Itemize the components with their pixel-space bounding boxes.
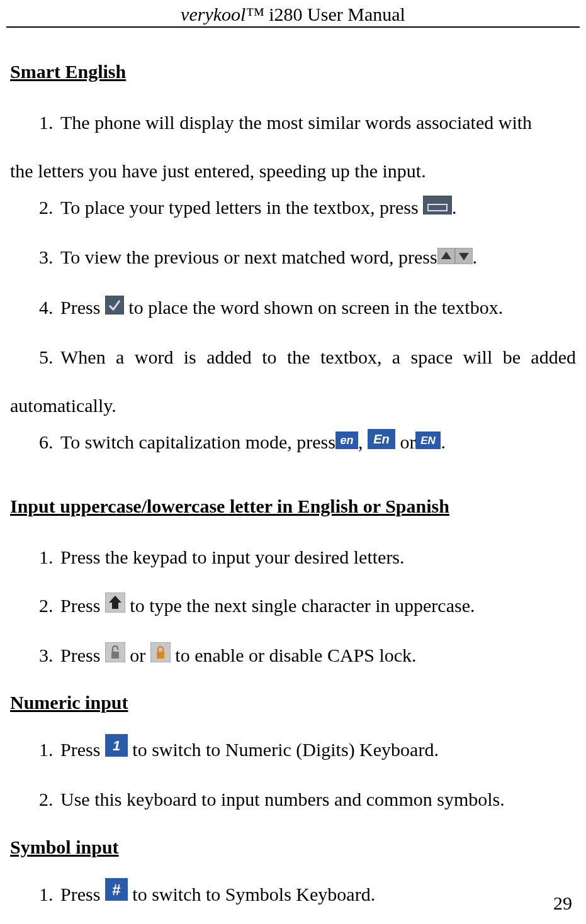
svg-rect-21 (157, 652, 164, 659)
list-item: 6. To switch capitalization mode, presse… (39, 424, 576, 462)
section-heading-uppercase-lowercase: Input uppercase/lowercase letter in Engl… (10, 491, 576, 521)
list-item: 1. Press the keypad to input your desire… (39, 539, 576, 576)
list-number: 4. (39, 289, 60, 328)
text-fragment: Press (60, 884, 105, 905)
svg-text:En: En (373, 432, 390, 446)
list-number: 2. (39, 781, 60, 818)
text-fragment: Press (60, 297, 105, 318)
text-fragment: To view the previous or next matched wor… (60, 247, 437, 267)
list-text: Press to place the word shown on screen … (60, 289, 576, 328)
list-number: 6. (39, 424, 60, 462)
list-item: 5. When a word is added to the textbox, … (39, 339, 576, 424)
section-heading-smart-english: Smart English (10, 57, 576, 87)
lock-closed-icon (150, 638, 171, 675)
text-fragment: to place the word shown on screen in the… (124, 297, 503, 318)
svg-text:en: en (340, 434, 353, 447)
list-text: To place your typed letters in the textb… (60, 189, 576, 228)
list-number: 3. (39, 637, 60, 676)
list-text: Use this keyboard to input numbers and c… (60, 781, 576, 818)
en-mixed-icon: En (368, 425, 395, 462)
text-fragment: . (452, 197, 457, 218)
list-item: 3. To view the previous or next matched … (39, 239, 576, 277)
one-key-icon: 1 (105, 732, 128, 769)
list-item: 1. Press 1 to switch to Numeric (Digits)… (39, 732, 576, 770)
svg-rect-19 (111, 652, 119, 659)
list-text: Press to type the next single character … (60, 587, 576, 626)
space-key-icon (423, 190, 452, 227)
list-number: 5. (39, 339, 60, 376)
list-smart-english: 1. The phone will display the most simil… (10, 104, 576, 462)
page-content: Smart English 1. The phone will display … (0, 57, 586, 924)
text-fragment: to enable or disable CAPS lock. (171, 645, 417, 665)
list-number: 1. (39, 539, 60, 576)
text-fragment: or (125, 645, 150, 665)
section-heading-symbol: Symbol input (10, 832, 576, 862)
text-fragment: to switch to Symbols Keyboard. (128, 884, 375, 905)
svg-text:#: # (112, 881, 120, 898)
list-text: The phone will display the most similar … (60, 104, 576, 142)
text-fragment: Press (60, 595, 105, 616)
en-lower-icon: en (335, 425, 358, 462)
list-number: 2. (39, 587, 60, 626)
text-fragment: Press (60, 739, 105, 760)
text-fragment: . (473, 247, 478, 267)
list-text: Press the keypad to input your desired l… (60, 539, 576, 576)
en-upper-icon: EN (415, 425, 441, 462)
list-number: 1. (39, 732, 60, 770)
text-fragment: To switch capitalization mode, press (60, 431, 335, 452)
svg-text:1: 1 (113, 738, 120, 754)
list-uppercase-lowercase: 1. Press the keypad to input your desire… (10, 539, 576, 676)
text-fragment: Press (60, 645, 105, 665)
up-down-arrows-icon (437, 240, 473, 277)
header-title-italic: verykool™ (181, 4, 264, 25)
list-symbol: 1. Press # to switch to Symbols Keyboard… (10, 876, 576, 924)
list-continuation: automatically. (10, 387, 576, 425)
section-heading-numeric: Numeric input (10, 687, 576, 718)
list-number: 1. (39, 104, 60, 142)
page-number: 29 (553, 893, 572, 914)
shift-up-icon (105, 588, 125, 625)
list-item: 3. Press or to enable or disable CAPS lo… (39, 637, 576, 676)
text-fragment: or (395, 431, 416, 452)
check-key-icon (105, 290, 124, 327)
list-item: 2. Use this keyboard to input numbers an… (39, 781, 576, 818)
list-number: 2. (39, 189, 60, 228)
list-item: 1. Press # to switch to Symbols Keyboard… (39, 876, 576, 915)
text-fragment: to switch to Numeric (Digits) Keyboard. (128, 739, 439, 760)
list-number: 3. (39, 239, 60, 277)
text-fragment: to type the next single character in upp… (125, 595, 475, 616)
text-fragment: To place your typed letters in the textb… (60, 197, 423, 218)
header-title-rest: i280 User Manual (264, 4, 405, 25)
list-item: 4. Press to place the word shown on scre… (39, 289, 576, 328)
list-text: Press 1 to switch to Numeric (Digits) Ke… (60, 732, 576, 770)
list-text: To switch capitalization mode, pressen, … (60, 424, 576, 462)
list-item: 2. To place your typed letters in the te… (39, 189, 576, 228)
list-continuation: the letters you have just entered, speed… (10, 153, 576, 190)
lock-open-icon (105, 638, 125, 675)
page-header: verykool™ i280 User Manual (6, 0, 580, 28)
list-number: 1. (39, 876, 60, 915)
list-text: Press or to enable or disable CAPS lock. (60, 637, 576, 676)
list-item: 2. Press to type the next single charact… (39, 587, 576, 626)
text-fragment: . (441, 431, 446, 452)
list-numeric: 1. Press 1 to switch to Numeric (Digits)… (10, 732, 576, 818)
hash-key-icon: # (105, 876, 128, 913)
svg-rect-9 (105, 296, 124, 314)
list-text: To view the previous or next matched wor… (60, 239, 576, 277)
list-text: When a word is added to the textbox, a s… (60, 339, 576, 376)
list-item: 1. The phone will display the most simil… (39, 104, 576, 189)
svg-text:EN: EN (421, 435, 436, 447)
text-fragment: , (358, 431, 368, 452)
list-text: Press # to switch to Symbols Keyboard. (60, 876, 576, 915)
